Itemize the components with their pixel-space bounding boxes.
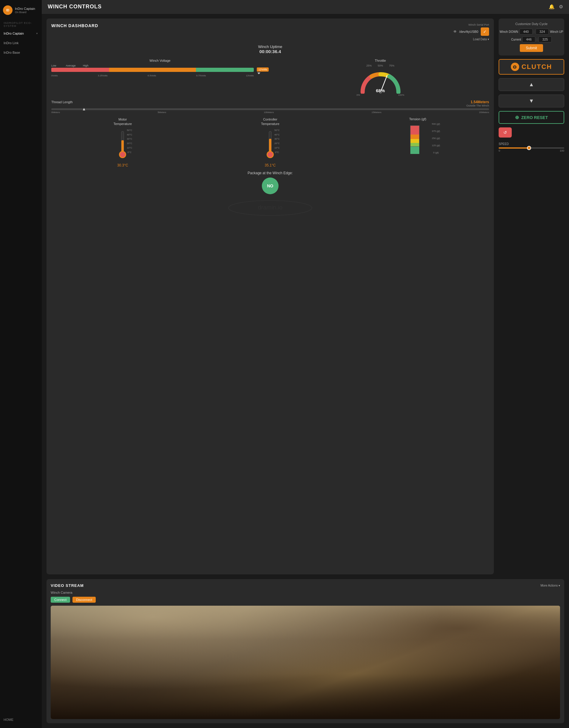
zero-reset-icon: ⊕ xyxy=(515,115,519,120)
package-label: Package at the Winch Edge: xyxy=(51,171,489,175)
card-title: WINCH DASHBOARD xyxy=(51,23,98,28)
controller-temp-value: 35.1°C xyxy=(199,163,342,167)
thread-bar xyxy=(51,108,489,110)
motor-temp-label: MotorTemperature xyxy=(51,117,194,127)
eye-icon: 👁 xyxy=(453,30,457,34)
speed-max: 100 xyxy=(560,149,564,152)
more-actions-button[interactable]: More Actions ▾ xyxy=(540,584,560,587)
gear-icon[interactable]: ⚙ xyxy=(559,4,563,10)
arrow-down-button[interactable]: ▼ xyxy=(499,95,564,107)
motor-thermometer-svg xyxy=(118,128,127,161)
thread-value: 1.54Meters xyxy=(466,100,489,104)
card-header: WINCH DASHBOARD Winch Serial Port 👁 /dev… xyxy=(51,23,489,41)
dashboard-card: WINCH DASHBOARD Winch Serial Port 👁 /dev… xyxy=(47,18,494,574)
logo-sub: On Board xyxy=(15,11,35,14)
clutch-icon: ⊖ xyxy=(511,63,519,71)
page-header: WINCH CONTROLS 🔔 ⚙ xyxy=(42,0,569,14)
winch-down-row: Winch DOWN | Winch UP xyxy=(502,29,561,35)
sidebar-item-indro-captain[interactable]: InDro Captain ▼ xyxy=(0,29,42,38)
refresh-icon: ↺ xyxy=(503,130,507,135)
check-button[interactable]: ✓ xyxy=(481,27,489,36)
throttle-label: Throttle xyxy=(272,59,489,62)
main-wrapper: WINCH CONTROLS 🔔 ⚙ WINCH DASHBOARD Winch… xyxy=(42,0,569,728)
voltage-bar-high xyxy=(196,68,254,72)
clutch-label: CLUTCH xyxy=(522,63,552,71)
load-data-button[interactable]: Load Data ▾ xyxy=(473,38,489,41)
arrow-up-button[interactable]: ▲ xyxy=(499,78,564,91)
thread-marker-icon: ▲ xyxy=(82,107,86,111)
current-row: Current | xyxy=(502,36,561,42)
watermark: dramin.io xyxy=(51,199,489,218)
serial-port-value: /dev/ttyUSB0 xyxy=(459,30,478,33)
tension-svg xyxy=(409,123,427,155)
thread-section: Thread Length 1.54Meters Outside The Win… xyxy=(51,100,489,114)
duty-cycle-card: Customize Duty Cycle Winch DOWN | Winch … xyxy=(499,18,564,55)
chevron-down-icon: ▼ xyxy=(36,32,38,35)
svg-point-5 xyxy=(120,152,125,157)
svg-point-9 xyxy=(268,152,273,157)
svg-text:dramin.io: dramin.io xyxy=(258,204,283,211)
right-panel: Customize Duty Cycle Winch DOWN | Winch … xyxy=(499,18,564,574)
uptime-section: Winch Uptime 00:00:36.4 xyxy=(51,44,489,54)
disconnect-button[interactable]: Disconnect xyxy=(73,597,96,603)
svg-rect-13 xyxy=(410,135,419,139)
winch-down-label: Winch DOWN xyxy=(499,30,518,33)
tension-scale: 500 (gf) 375 (gf) 250 (gf) 125 (gf) 0 (g… xyxy=(432,123,440,154)
watermark-svg: dramin.io xyxy=(226,199,315,217)
voltage-current-badge: 12Volts xyxy=(257,67,269,72)
svg-rect-7 xyxy=(269,139,272,152)
svg-rect-10 xyxy=(410,146,419,154)
sidebar-logo: ID InDro Captain On Board xyxy=(0,3,42,20)
tension-bar-container: 500 (gf) 375 (gf) 250 (gf) 125 (gf) 0 (g… xyxy=(409,123,427,156)
serial-port-label: Winch Serial Port xyxy=(468,23,489,26)
refresh-button[interactable]: ↺ xyxy=(499,127,512,138)
camera-label: Winch Camera xyxy=(51,591,560,594)
serial-port-area: Winch Serial Port 👁 /dev/ttyUSB0 ✓ Load … xyxy=(453,23,489,41)
serial-port-row: 👁 /dev/ttyUSB0 ✓ xyxy=(453,27,489,36)
voltage-scale: 0Volts 3.25Volts 6.5Volts 9.75Volts 13Vo… xyxy=(51,74,254,77)
motor-temp-value: 30.3°C xyxy=(51,163,194,167)
thread-label: Thread Length xyxy=(51,100,73,104)
zero-reset-label: ZERO RESET xyxy=(521,115,548,120)
voltage-avg-label: Average xyxy=(66,64,76,67)
thread-sub: Outside The Winch xyxy=(466,104,489,107)
uptime-value: 00:00:36.4 xyxy=(51,49,489,54)
video-header: VIDEO STREAM More Actions ▾ xyxy=(51,583,560,588)
throttle-section: Throttle 25%50%75% xyxy=(272,59,489,96)
header-icons: 🔔 ⚙ xyxy=(549,4,563,10)
clutch-button[interactable]: ⊖ CLUTCH xyxy=(499,59,564,75)
speed-label: SPEED xyxy=(499,142,564,146)
current-input1[interactable] xyxy=(522,36,535,42)
speed-section: SPEED 0 100 xyxy=(499,141,564,153)
controller-temp-scale: 50°C 40°C 30°C 20°C 10°C 0°C xyxy=(275,128,280,155)
speed-thumb[interactable] xyxy=(527,146,531,150)
voltage-label: Winch Voltage xyxy=(51,59,269,62)
controller-thermo-container: 50°C 40°C 30°C 20°C 10°C 0°C xyxy=(266,128,275,161)
voltage-bar-avg xyxy=(109,68,196,72)
submit-button[interactable]: Submit xyxy=(520,44,543,52)
zero-reset-button[interactable]: ⊕ ZERO RESET xyxy=(499,111,564,124)
package-badge: NO xyxy=(262,178,279,194)
logo-text: InDro Captain xyxy=(15,7,35,11)
motor-thermo-container: 50°C 40°C 30°C 20°C 10°C 0°C xyxy=(118,128,127,161)
sidebar-item-indro-link[interactable]: InDro Link xyxy=(0,38,42,48)
arrow-up-icon: ▲ xyxy=(529,81,534,88)
video-section: VIDEO STREAM More Actions ▾ Winch Camera… xyxy=(47,579,564,723)
bell-icon[interactable]: 🔔 xyxy=(549,4,555,10)
duty-cycle-title: Customize Duty Cycle xyxy=(502,22,561,26)
bottom-row: MotorTemperature 50°C xyxy=(51,117,489,167)
current-input2[interactable] xyxy=(539,36,552,42)
connect-button[interactable]: Connect xyxy=(51,597,70,603)
voltage-section: Winch Voltage Low Average High 12Volts xyxy=(51,59,269,96)
throttle-scale-bottom: 0%100% xyxy=(357,94,404,96)
sidebar-item-indro-base[interactable]: InDro Base xyxy=(0,48,42,57)
page-title: WINCH CONTROLS xyxy=(48,4,102,10)
package-section: Package at the Winch Edge: NO xyxy=(51,171,489,194)
logo-icon: ID xyxy=(3,5,13,15)
throttle-value: 68% xyxy=(376,88,385,93)
winch-down-input1[interactable] xyxy=(519,29,533,35)
winch-down-input2[interactable] xyxy=(536,29,549,35)
sidebar: ID InDro Captain On Board INDROPILOT ECO… xyxy=(0,0,42,728)
tension-section: Tension (gf) 500 (gf) xyxy=(346,117,489,167)
sidebar-home[interactable]: HOME xyxy=(0,714,42,725)
